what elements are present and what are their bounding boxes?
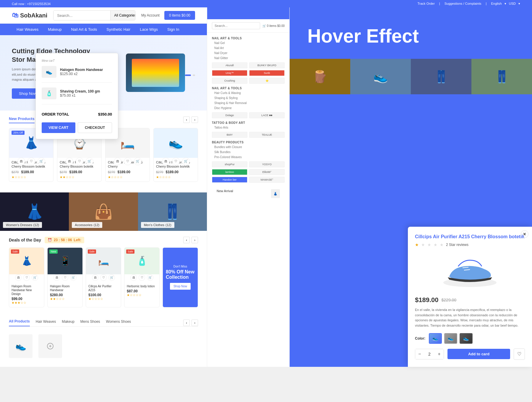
nav-item-synthetic[interactable]: Synthetic Hair: [102, 24, 135, 35]
deal-cart-2[interactable]: 🛒: [108, 274, 115, 281]
next-products-button[interactable]: ›: [192, 116, 198, 123]
site-header: 🛍 SobAkani All Categories 🔍 My Account 0…: [0, 7, 207, 24]
btab-hair-weaves[interactable]: Hair Weaves: [36, 320, 56, 326]
mega-menu-sub-nail-gel[interactable]: Nail Gel: [207, 40, 289, 46]
product-old-price-0: $270: [12, 170, 19, 174]
cart-add-button-2[interactable]: 🛒: [134, 158, 142, 165]
bottom-tabs-section: All Products Hair Weaves Makeup Mens Sho…: [0, 313, 207, 367]
search-input[interactable]: [53, 11, 110, 20]
deal-wish-1[interactable]: ♡: [62, 274, 68, 281]
deal-compare-1[interactable]: ⚖: [53, 274, 60, 281]
btab-all-products[interactable]: All Products: [9, 319, 30, 326]
cart-add-button-3[interactable]: 🛒: [182, 158, 190, 165]
deals-grid: Sale 👗 ⚖ ♡ 🛒 Halogen Room Handwear New D…: [9, 247, 198, 307]
dot-1[interactable]: [185, 74, 191, 76]
mega-menu-sub-removal[interactable]: Shaping & Hair Removal: [207, 100, 289, 106]
wishlist-button-3[interactable]: ♡: [172, 158, 180, 165]
nav-item-hair-weaves[interactable]: Hair Weaves: [12, 24, 43, 35]
nav-item-nail-art[interactable]: Nail Art & Tools: [66, 24, 102, 35]
category-name-2: Men's Clothes: [144, 223, 164, 227]
checkout-button[interactable]: CHECKOUT: [78, 122, 112, 133]
mega-menu-sub-nail-dryer[interactable]: Nail Dryer: [207, 51, 289, 56]
popup-wishlist-button[interactable]: ♡: [514, 348, 525, 360]
category-item-2[interactable]: 👖 Men's Clothes (12): [138, 192, 207, 231]
btab-mens-shoes[interactable]: Mens Shoes: [80, 320, 100, 326]
popup-review-text: 2 Star reviews: [446, 243, 468, 247]
cart-item-1-image: 👟: [42, 66, 56, 78]
next-btab-button[interactable]: ›: [192, 320, 198, 326]
color-swatch-2[interactable]: 👟: [460, 333, 473, 344]
mega-menu-sub-styling[interactable]: Shaping & Styling: [207, 95, 289, 100]
tab-new-products[interactable]: New Products: [9, 116, 35, 123]
nav-item-signin[interactable]: Sign In: [163, 24, 184, 35]
track-order-link[interactable]: Track Order: [418, 2, 435, 5]
deal-cart-0[interactable]: 🛒: [32, 274, 38, 281]
wishlist-button-2[interactable]: ♡: [124, 158, 132, 165]
mega-menu-sub-precolored[interactable]: Pre-Colored Weaves: [207, 155, 289, 160]
btab-makeup[interactable]: Makeup: [62, 320, 74, 326]
hero-image: [126, 54, 185, 92]
deal-wish-0[interactable]: ♡: [23, 274, 30, 281]
deal-compare-3[interactable]: ⚖: [130, 274, 137, 281]
popup-close-button[interactable]: ✕: [521, 230, 528, 238]
prev-products-button[interactable]: ‹: [183, 116, 190, 123]
deal-name-2: Cillcps Air Purifier A215: [88, 284, 119, 292]
deal-compare-0[interactable]: ⚖: [15, 274, 22, 281]
thumb-2: 👖: [411, 59, 471, 94]
cart-button[interactable]: 0 items $0.00: [164, 11, 195, 20]
qty-increase-button[interactable]: +: [435, 349, 444, 359]
category-item-1[interactable]: 👜 Accessories (12): [69, 192, 138, 231]
product-stars-2: ★☆☆☆☆: [108, 175, 147, 179]
dot-2[interactable]: [193, 74, 195, 76]
compare-button-1[interactable]: ⚖: [66, 158, 73, 165]
compare-button-0[interactable]: ⚖: [17, 158, 25, 165]
compare-button-2[interactable]: ⚖: [114, 158, 121, 165]
deal-cart-3[interactable]: 🛒: [147, 274, 153, 281]
middle-search-input[interactable]: [212, 22, 260, 29]
cart-add-button-0[interactable]: 🛒: [38, 158, 45, 165]
category-select[interactable]: All Categories: [110, 11, 135, 20]
qty-decrease-button[interactable]: −: [415, 349, 424, 359]
store-section: 🛍 SobAkani All Categories 🔍 My Account 0…: [0, 7, 207, 367]
wishlist-button-0[interactable]: ♡: [27, 158, 35, 165]
color-swatch-1[interactable]: 👟: [444, 333, 457, 344]
promo-cta-button[interactable]: Shop Now: [170, 283, 191, 290]
mega-menu-sub-tattoo[interactable]: Tattoo Arts: [207, 125, 289, 130]
mega-menu-sub-nail-glitter[interactable]: Nail Glitter: [207, 56, 289, 61]
brand-elilo: Elilo99°: [249, 169, 285, 175]
my-account[interactable]: My Account: [141, 13, 160, 17]
brand-uniq: Uniq™: [212, 70, 247, 76]
cart-item-1-name: Halogen Room Handwear: [60, 68, 103, 72]
view-cart-button[interactable]: VIEW CART: [42, 122, 75, 133]
deal-stars-0: ★★★☆☆: [12, 301, 42, 305]
color-swatch-0[interactable]: 👟: [429, 333, 442, 344]
mega-menu-sub-silk[interactable]: Silk Bundles: [207, 150, 289, 155]
add-to-cart-button[interactable]: Add to card: [447, 349, 510, 359]
mega-menu-sub-hygiene[interactable]: Disc Hygiene: [207, 106, 289, 111]
compare-button-3[interactable]: ⚖: [162, 158, 170, 165]
deal-wish-3[interactable]: ♡: [139, 274, 145, 281]
mega-menu-sub-curls[interactable]: Hair Curls & Waving: [207, 90, 289, 95]
currency-select[interactable]: USD: [509, 2, 516, 5]
next-deals-button[interactable]: ›: [192, 237, 198, 243]
deal-stars-1: ★★☆☆☆: [50, 297, 80, 301]
wishlist-button-1[interactable]: ♡: [76, 158, 83, 165]
deal-wish-2[interactable]: ♡: [100, 274, 107, 281]
product-price-2: $189.00: [117, 170, 130, 174]
mega-menu-sub-bundles[interactable]: Bundles with Closure: [207, 145, 289, 150]
prev-btab-button[interactable]: ‹: [183, 320, 190, 326]
mega-menu-sub-nail-art[interactable]: Nail Art: [207, 46, 289, 51]
new-arrival-item[interactable]: New Arrival 👗: [212, 187, 285, 200]
category-item-0[interactable]: 👗 Women's Dresses (12): [0, 192, 69, 231]
btab-womens-shoes[interactable]: Womens Shoes: [106, 320, 131, 326]
prev-deals-button[interactable]: ‹: [183, 237, 190, 243]
deals-title: Deals of the Day: [9, 238, 41, 242]
nav-item-lace-wigs[interactable]: Lace Wigs: [135, 24, 163, 35]
suggestions-link[interactable]: Suggestions / Complaints: [445, 2, 481, 5]
language-select[interactable]: English: [491, 2, 502, 5]
nav-item-makeup[interactable]: Makeup: [43, 24, 66, 35]
deal-compare-2[interactable]: ⚖: [92, 274, 98, 281]
cart-add-button-1[interactable]: 🛒: [86, 158, 93, 165]
deal-cart-1[interactable]: 🛒: [70, 274, 77, 281]
timer-value: 23 : 58 : 06: [54, 238, 72, 242]
